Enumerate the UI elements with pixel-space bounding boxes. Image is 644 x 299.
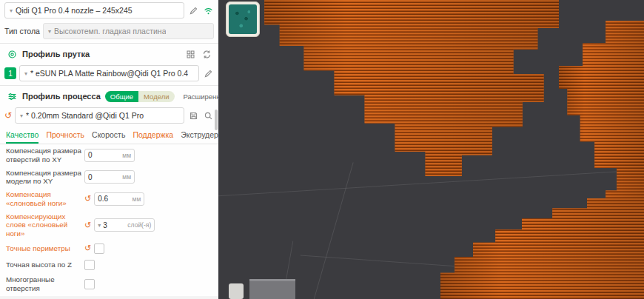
filament-section-title: Профиль прутка bbox=[22, 50, 90, 58]
tab-extruder-mm[interactable]: Экструдер ММ bbox=[181, 129, 219, 144]
setting-label: Компенсирующих слоёв «слоновьей ноги» bbox=[6, 212, 84, 238]
viewport-3d[interactable] bbox=[218, 0, 644, 299]
tab-speed[interactable]: Скорость bbox=[92, 129, 125, 144]
process-section-title: Профиль процесса bbox=[22, 92, 101, 101]
setting-label: Компенсация размера модели по XY bbox=[6, 169, 84, 187]
setting-label: Компенсация размера отверстий по XY bbox=[6, 147, 84, 164]
sliced-model-bottom-right[interactable] bbox=[440, 198, 644, 299]
precise-z-checkbox[interactable] bbox=[84, 260, 95, 270]
chevron-down-icon: ▾ bbox=[10, 7, 13, 14]
precise-walls-checkbox[interactable] bbox=[94, 243, 104, 254]
setting-row-polyholes: Многогранные отверстия bbox=[0, 273, 218, 295]
setting-row-elephant-foot-layers: Компенсирующих слоёв «слоновьей ноги» ↺ … bbox=[0, 210, 218, 241]
printer-row: ▾ Qidi Q1 Pro 0.4 nozzle – 245x245 bbox=[0, 0, 218, 21]
polyholes-checkbox[interactable] bbox=[84, 279, 95, 289]
bed-type-row: Тип стола ▾ Высокотемп. гладкая пластина bbox=[0, 21, 218, 41]
process-preset-name: * 0.20mm Standard @Qidi Q1 Pro bbox=[26, 111, 144, 120]
edit-printer-icon[interactable] bbox=[187, 4, 199, 16]
printer-select[interactable]: ▾ Qidi Q1 Pro 0.4 nozzle – 245x245 bbox=[4, 2, 184, 19]
chevron-down-icon: ▾ bbox=[24, 70, 27, 77]
advanced-label: Расширенный bbox=[184, 93, 219, 101]
plate-grid-line bbox=[306, 162, 353, 299]
hole-compensation-input[interactable]: 0 мм bbox=[84, 149, 135, 162]
process-header: Профиль процесса Общие Модели Расширенны… bbox=[0, 87, 218, 105]
revert-icon[interactable]: ↺ bbox=[84, 244, 91, 252]
filament-slot-badge[interactable]: 1 bbox=[4, 67, 16, 79]
settings-list: Компенсация размера отверстий по XY 0 мм… bbox=[0, 144, 218, 299]
filament-preset-name: * eSUN PLA Matte Rainbow@Qidi Q1 Pro 0.4 bbox=[30, 69, 188, 78]
process-preset-row: ↺ ▾ * 0.20mm Standard @Qidi Q1 Pro bbox=[0, 105, 218, 126]
divider bbox=[0, 85, 218, 86]
sync-filament-icon[interactable] bbox=[201, 48, 212, 60]
setting-label: Точные периметры bbox=[6, 244, 84, 253]
process-scope-switch: Общие Модели bbox=[105, 91, 175, 102]
sliced-model-right[interactable] bbox=[559, 21, 644, 209]
search-settings-icon[interactable] bbox=[202, 110, 214, 121]
advanced-mode: Расширенный bbox=[184, 92, 219, 101]
setting-row-elephant-foot: Компенсация «слоновьей ноги» ↺ 0.6 мм bbox=[0, 188, 218, 210]
tab-support[interactable]: Поддержка bbox=[133, 129, 173, 144]
setting-row-hole-compensation: Компенсация размера отверстий по XY 0 мм bbox=[0, 144, 218, 167]
revert-icon[interactable]: ↺ bbox=[84, 221, 91, 229]
scope-global-tab[interactable]: Общие bbox=[105, 91, 138, 102]
chevron-down-icon: ▾ bbox=[98, 222, 101, 229]
filament-select[interactable]: ▾ * eSUN PLA Matte Rainbow@Qidi Q1 Pro 0… bbox=[19, 65, 199, 81]
small-model-gray[interactable] bbox=[249, 279, 295, 299]
scope-objects-tab[interactable]: Модели bbox=[138, 91, 174, 102]
bed-type-value: Высокотемп. гладкая пластина bbox=[54, 27, 167, 36]
filament-spool-icon bbox=[6, 48, 18, 60]
setting-row-precise-z: Точная высота по Z bbox=[0, 257, 218, 273]
setting-row-precise-walls: Точные периметры ↺ bbox=[0, 241, 218, 257]
process-tabs: Качество Прочность Скорость Поддержка Эк… bbox=[0, 126, 218, 144]
preset-modified-icon[interactable]: ↺ bbox=[4, 110, 12, 121]
bed-type-label: Тип стола bbox=[4, 27, 40, 36]
elephant-foot-input[interactable]: 0.6 мм bbox=[94, 192, 144, 206]
revert-icon[interactable]: ↺ bbox=[84, 195, 91, 203]
sliced-model-main[interactable] bbox=[255, 0, 559, 176]
small-model-white[interactable] bbox=[229, 283, 244, 299]
setting-label: Многогранные отверстия bbox=[6, 275, 84, 293]
plate-thumbnail[interactable] bbox=[226, 1, 260, 37]
settings-panel: ▾ Qidi Q1 Pro 0.4 nozzle – 245x245 Тип с… bbox=[0, 0, 219, 299]
printer-connection-icon[interactable] bbox=[202, 4, 214, 16]
divider bbox=[0, 43, 218, 44]
process-preset-select[interactable]: ▾ * 0.20mm Standard @Qidi Q1 Pro bbox=[15, 107, 184, 124]
size-compensation-input[interactable]: 0 мм bbox=[84, 170, 135, 184]
elephant-foot-layers-input[interactable]: ▾ 3 слой(-я) bbox=[94, 218, 155, 232]
slicer-window: ▾ Qidi Q1 Pro 0.4 nozzle – 245x245 Тип с… bbox=[0, 0, 644, 299]
edit-filament-icon[interactable] bbox=[202, 67, 214, 79]
tab-strength[interactable]: Прочность bbox=[46, 129, 84, 144]
save-preset-icon[interactable] bbox=[187, 110, 199, 121]
process-icon bbox=[6, 90, 18, 102]
setting-label: Точная высота по Z bbox=[6, 261, 84, 269]
tab-quality[interactable]: Качество bbox=[6, 129, 38, 144]
filament-header: Профиль прутка bbox=[0, 45, 218, 63]
setting-label: Компенсация «слоновьей ноги» bbox=[6, 190, 84, 208]
printer-name: Qidi Q1 Pro 0.4 nozzle – 245x245 bbox=[16, 6, 133, 15]
chevron-down-icon: ▾ bbox=[48, 28, 51, 35]
setting-row-size-compensation: Компенсация размера модели по XY 0 мм bbox=[0, 167, 218, 189]
plate-thumbnail-image bbox=[229, 4, 257, 34]
section-smoothing: Разглаживание bbox=[0, 296, 218, 299]
panel-scrollbar[interactable] bbox=[215, 110, 218, 130]
flushing-volumes-icon[interactable] bbox=[184, 48, 196, 60]
chevron-down-icon: ▾ bbox=[20, 112, 23, 119]
filament-row: 1 ▾ * eSUN PLA Matte Rainbow@Qidi Q1 Pro… bbox=[0, 63, 218, 84]
bed-type-select[interactable]: ▾ Высокотемп. гладкая пластина bbox=[43, 23, 214, 39]
